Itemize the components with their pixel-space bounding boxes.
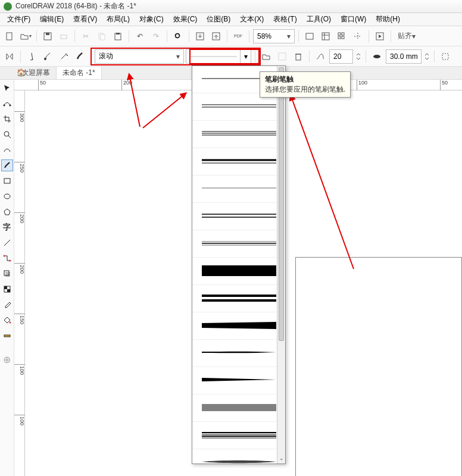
calligraphic-tool-button[interactable] bbox=[73, 49, 87, 64]
drop-shadow-tool[interactable] bbox=[1, 268, 13, 280]
new-button[interactable] bbox=[2, 29, 17, 43]
brush-option-multi-fine[interactable] bbox=[192, 394, 285, 422]
brush-option-slab[interactable] bbox=[192, 312, 285, 340]
brush-tool-button[interactable] bbox=[40, 49, 55, 64]
stroke-preview-icon bbox=[202, 185, 276, 193]
smoothing-icon bbox=[313, 49, 327, 64]
import-button[interactable] bbox=[193, 29, 207, 43]
eyedropper-tool[interactable] bbox=[1, 299, 13, 311]
brush-stroke-dropdown[interactable]: ⌄ bbox=[192, 65, 286, 464]
browse-button[interactable] bbox=[259, 49, 273, 64]
brush-option-thick-thin[interactable] bbox=[192, 148, 285, 176]
snap-button[interactable]: 贴齐 ▾ bbox=[395, 29, 419, 43]
outline-tool[interactable] bbox=[1, 330, 13, 342]
print-button[interactable] bbox=[57, 29, 71, 43]
menu-help[interactable]: 帮助(H) bbox=[371, 14, 405, 24]
zoom-tool[interactable] bbox=[1, 129, 13, 140]
svg-rect-48 bbox=[4, 335, 10, 337]
save-brush-button[interactable] bbox=[275, 49, 289, 64]
svg-point-38 bbox=[4, 194, 10, 199]
ellipse-tool[interactable] bbox=[1, 190, 13, 202]
redo-button[interactable]: ↷ bbox=[149, 29, 163, 43]
parallel-dim-tool[interactable] bbox=[1, 237, 13, 249]
add-tool-icon[interactable]: ⊕ bbox=[1, 353, 13, 365]
zoom-combo[interactable]: 58%▾ bbox=[253, 29, 295, 43]
stroke-preview-icon bbox=[202, 158, 276, 166]
svg-rect-7 bbox=[116, 33, 120, 35]
brush-option-reed[interactable] bbox=[192, 422, 285, 449]
sprayer-tool-button[interactable] bbox=[57, 49, 71, 64]
guidelines-button[interactable] bbox=[351, 29, 365, 43]
launch-button[interactable] bbox=[373, 29, 387, 43]
artistic-media-tool[interactable] bbox=[1, 159, 13, 171]
fullscreen-button[interactable] bbox=[302, 29, 317, 43]
menu-object[interactable]: 对象(C) bbox=[135, 14, 168, 24]
menu-file[interactable]: 文件(F) bbox=[2, 14, 35, 24]
menu-edit[interactable]: 编辑(E) bbox=[35, 14, 68, 24]
brush-option-two-med[interactable] bbox=[192, 203, 285, 230]
preset-tool-button[interactable] bbox=[24, 49, 39, 64]
svg-rect-45 bbox=[4, 286, 7, 289]
brush-option-band-gap[interactable] bbox=[192, 285, 285, 312]
pick-tool[interactable] bbox=[1, 82, 13, 94]
save-button[interactable] bbox=[40, 29, 55, 43]
brush-option-thin-guide[interactable] bbox=[192, 230, 285, 258]
width-spinner[interactable]: 30.0 mm bbox=[386, 49, 422, 64]
menu-bitmap[interactable]: 位图(B) bbox=[202, 14, 235, 24]
caret-down-icon: ▾ bbox=[285, 32, 293, 40]
menu-window[interactable]: 窗口(W) bbox=[336, 14, 371, 24]
brush-option-taper-right[interactable] bbox=[192, 340, 285, 367]
tab-document[interactable]: 未命名 -1* bbox=[57, 67, 102, 79]
grid-button[interactable] bbox=[335, 29, 349, 43]
search-button[interactable] bbox=[171, 29, 185, 43]
scrollbar-thumb[interactable] bbox=[279, 67, 284, 341]
freehand-tool[interactable] bbox=[1, 144, 13, 156]
menu-view[interactable]: 查看(V) bbox=[68, 14, 102, 24]
stroke-preview-icon bbox=[202, 103, 276, 111]
delete-brush-button[interactable] bbox=[291, 49, 305, 64]
cut-button[interactable]: ✂ bbox=[79, 29, 93, 43]
open-button[interactable]: ▾ bbox=[18, 29, 33, 43]
brush-option-wedge[interactable] bbox=[192, 367, 285, 394]
rectangle-tool[interactable] bbox=[1, 175, 13, 187]
ruler-tick: 300 bbox=[14, 111, 25, 122]
export-button[interactable] bbox=[209, 29, 223, 43]
ruler-tick: 250 bbox=[14, 162, 25, 173]
spinner-buttons[interactable] bbox=[423, 49, 430, 64]
rulers-button[interactable] bbox=[319, 29, 333, 43]
spinner-buttons[interactable] bbox=[355, 49, 362, 64]
width-value: 30.0 mm bbox=[390, 52, 418, 61]
menu-text[interactable]: 文本(X) bbox=[235, 14, 269, 24]
crop-tool[interactable] bbox=[1, 113, 13, 125]
brush-option-taper-fade[interactable] bbox=[192, 176, 285, 203]
menu-effects[interactable]: 效果(C) bbox=[168, 14, 202, 24]
undo-button[interactable]: ↶ bbox=[133, 29, 147, 43]
publish-pdf-button[interactable]: PDF bbox=[231, 29, 245, 43]
connector-tool[interactable] bbox=[1, 252, 13, 264]
shape-tool[interactable] bbox=[1, 98, 13, 109]
scroll-down-icon[interactable]: ⌄ bbox=[279, 455, 284, 462]
menu-layout[interactable]: 布局(L) bbox=[102, 14, 135, 24]
scrollbar[interactable]: ⌄ bbox=[277, 66, 285, 464]
svg-rect-3 bbox=[61, 35, 67, 39]
menu-table[interactable]: 表格(T) bbox=[269, 14, 301, 24]
svg-rect-13 bbox=[306, 33, 313, 39]
text-tool[interactable]: 字 bbox=[1, 221, 13, 233]
brush-option-triple-thin[interactable] bbox=[192, 121, 285, 148]
smoothing-spinner[interactable]: 20 bbox=[329, 49, 353, 64]
brush-option-solid-block[interactable] bbox=[192, 258, 285, 285]
mirror-h-button[interactable] bbox=[2, 49, 17, 64]
svg-rect-20 bbox=[342, 36, 344, 39]
brush-option-soft-fade[interactable] bbox=[192, 449, 285, 464]
svg-point-24 bbox=[44, 58, 46, 60]
svg-rect-29 bbox=[296, 54, 301, 60]
fill-tool[interactable] bbox=[1, 314, 13, 326]
paste-button[interactable] bbox=[111, 29, 125, 43]
bounding-box-button[interactable] bbox=[438, 49, 452, 64]
copy-button[interactable] bbox=[95, 29, 109, 43]
svg-point-25 bbox=[65, 54, 67, 55]
home-icon[interactable]: 🏠 bbox=[17, 68, 26, 77]
transparency-tool[interactable] bbox=[1, 283, 13, 295]
polygon-tool[interactable] bbox=[1, 206, 13, 218]
menu-tools[interactable]: 工具(O) bbox=[302, 14, 336, 24]
